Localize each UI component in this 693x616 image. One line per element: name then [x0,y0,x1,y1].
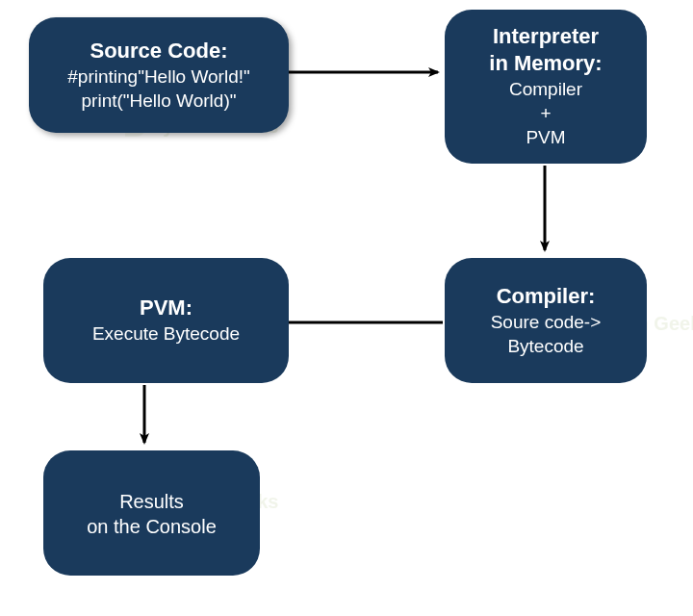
node-pvm: PVM: Execute Bytecode [43,258,289,383]
node-interpreter: Interpreter in Memory: Compiler + PVM [445,10,647,164]
node-compiler-line2: Bytecode [491,335,602,359]
node-interpreter-line2: + [509,102,582,126]
node-pvm-line1: Execute Bytecode [92,322,240,346]
node-interpreter-title-l2: in Memory: [489,50,602,77]
node-interpreter-line3: PVM [509,126,582,150]
node-source-code-line2: print("Hello World)" [67,90,250,114]
node-source-code: Source Code: #printing"Hello World!" pri… [29,17,289,133]
node-results-line2: on the Console [87,514,217,539]
node-compiler-title: Compiler: [497,283,596,310]
node-compiler-line1: Soure code-> [491,311,602,335]
node-compiler: Compiler: Soure code-> Bytecode [445,258,647,383]
node-interpreter-line1: Compiler [509,78,582,102]
node-results-line1: Results [87,489,217,514]
node-source-code-line1: #printing"Hello World!" [67,65,250,90]
node-interpreter-title-l1: Interpreter [489,23,602,50]
node-results: Results on the Console [43,450,260,576]
node-source-code-title: Source Code: [90,38,227,64]
node-pvm-title: PVM: [140,295,192,321]
